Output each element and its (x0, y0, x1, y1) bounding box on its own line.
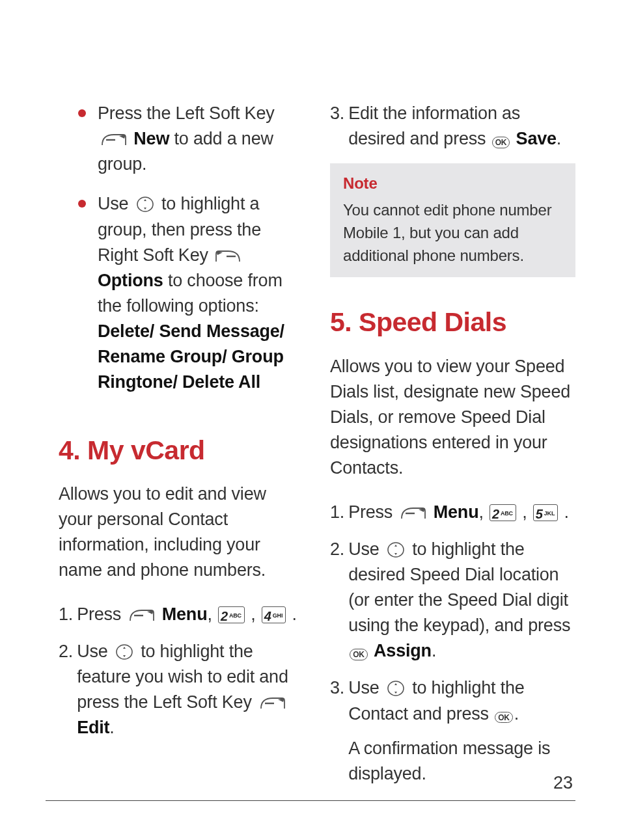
key-4ghi-icon: 4GHI (262, 606, 286, 623)
text: Use (348, 539, 384, 559)
intro-paragraph: Allows you to view your Speed Dials list… (330, 354, 575, 481)
step-item: 1. Press Menu, 2ABC , 4GHI . (59, 602, 304, 627)
text: . (557, 129, 561, 148)
left-soft-key-icon (128, 608, 155, 623)
note-box: Note You cannot edit phone number Mobile… (330, 163, 575, 277)
step-body: Press Menu, 2ABC , 4GHI . (77, 602, 304, 627)
step-body: Edit the information as desired and pres… (348, 101, 575, 152)
steps-continued: 3. Edit the information as desired and p… (330, 101, 575, 152)
label-bold: Assign (374, 641, 432, 660)
right-column: 3. Edit the information as desired and p… (330, 101, 575, 807)
label-bold: New (133, 129, 169, 148)
note-body: You cannot edit phone number Mobile 1, b… (343, 199, 564, 267)
text: . (514, 704, 519, 724)
text: Press (77, 604, 126, 624)
step-number: 2. (330, 537, 348, 664)
step-number: 1. (59, 602, 77, 627)
step-item: 2. Use to highlight the desired Speed Di… (330, 537, 575, 664)
nav-key-icon (115, 644, 134, 660)
left-soft-key-icon (399, 506, 426, 521)
ok-key-icon: OK (492, 137, 510, 148)
text: Use (98, 194, 133, 213)
text: . (564, 502, 569, 522)
key-2abc-icon: 2ABC (218, 606, 245, 623)
step-number: 3. (330, 675, 348, 787)
text: , (207, 604, 217, 624)
manual-page: Press the Left Soft Key New to add a new… (0, 0, 621, 840)
left-soft-key-icon (258, 696, 286, 711)
step-number: 2. (59, 639, 77, 741)
label-bold: Save (516, 129, 557, 148)
footer-rule (46, 800, 575, 802)
text: Use (348, 678, 384, 698)
text: . (109, 718, 114, 737)
ok-key-icon: OK (495, 712, 513, 723)
step-body: Press Menu, 2ABC , 5JKL . (348, 500, 575, 525)
left-column: Press the Left Soft Key New to add a new… (52, 101, 304, 807)
step-number: 3. (330, 101, 348, 152)
text: , (251, 604, 260, 624)
step-item: 3. Edit the information as desired and p… (330, 101, 575, 152)
step-number: 1. (330, 500, 348, 525)
label-bold: Edit (77, 718, 109, 737)
section-heading-my-vcard: 4. My vCard (59, 431, 304, 470)
bullet-item: Press the Left Soft Key New to add a new… (78, 101, 304, 177)
bullet-item: Use to highlight a group, then press the… (78, 191, 304, 395)
note-title: Note (343, 172, 564, 195)
steps-list: 1. Press Menu, 2ABC , 5JKL . 2. Use (330, 500, 575, 787)
text: Press (348, 502, 397, 522)
ok-key-icon: OK (350, 649, 368, 660)
key-5jkl-icon: 5JKL (533, 504, 558, 521)
step-item: 2. Use to highlight the feature you wish… (59, 639, 304, 741)
step-item: 1. Press Menu, 2ABC , 5JKL . (330, 500, 575, 525)
nav-key-icon (386, 680, 406, 697)
intro-paragraph: Allows you to edit and view your persona… (59, 481, 304, 584)
nav-key-icon (135, 196, 155, 213)
label-bold: Options (98, 271, 163, 290)
step-body: Use to highlight the Contact and press O… (348, 675, 575, 787)
left-soft-key-icon (100, 132, 127, 148)
text: . (432, 641, 436, 660)
right-soft-key-icon (215, 249, 242, 264)
text: , (522, 502, 532, 522)
nav-key-icon (386, 541, 406, 558)
text: Press the Left Soft Key (98, 103, 275, 123)
step-body: Use to highlight the desired Speed Dial … (348, 537, 575, 664)
text: Use (77, 642, 113, 661)
key-2abc-icon: 2ABC (490, 504, 516, 521)
bullet-list: Press the Left Soft Key New to add a new… (59, 101, 304, 396)
steps-list: 1. Press Menu, 2ABC , 4GHI . 2. Use (59, 602, 304, 741)
text: . (292, 604, 297, 624)
step-body: Use to highlight the feature you wish to… (77, 639, 304, 741)
step-item: 3. Use to highlight the Contact and pres… (330, 675, 575, 787)
page-number: 23 (553, 773, 573, 793)
text: , (478, 502, 488, 522)
options-list-bold: Delete/ Send Message/ Rename Group/ Grou… (98, 321, 284, 392)
section-heading-speed-dials: 5. Speed Dials (330, 303, 575, 342)
text: A confirmation message is displayed. (348, 738, 550, 783)
label-bold: Menu (434, 502, 479, 522)
label-bold: Menu (162, 604, 208, 624)
